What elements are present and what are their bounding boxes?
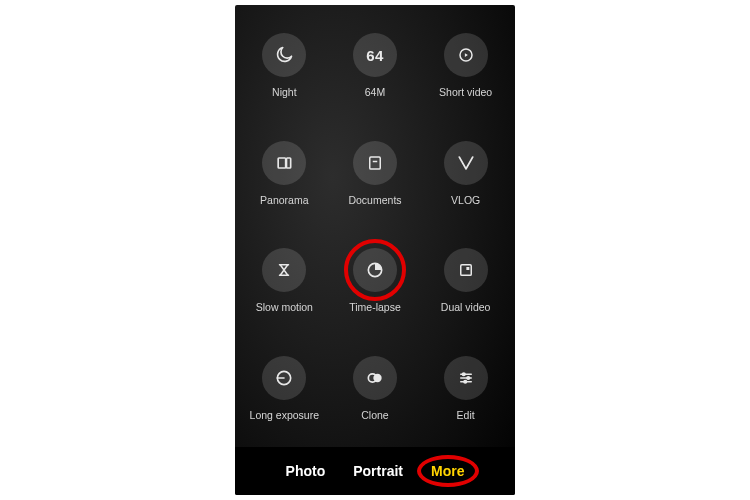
tab-photo[interactable]: Photo [286, 463, 326, 479]
panorama-icon [262, 141, 306, 185]
moon-icon [262, 33, 306, 77]
mode-night[interactable]: Night [239, 33, 330, 123]
timelapse-icon [353, 248, 397, 292]
hourglass-icon [262, 248, 306, 292]
mode-grid: Night 64 64M Short video Panorama Do [235, 25, 515, 445]
svg-rect-3 [370, 157, 381, 169]
dual-video-icon [444, 248, 488, 292]
clone-icon [353, 356, 397, 400]
mode-label: VLOG [451, 194, 480, 206]
mode-label: Time-lapse [349, 301, 401, 313]
mode-vlog[interactable]: VLOG [420, 141, 511, 231]
mode-label: Night [272, 86, 297, 98]
svg-rect-1 [278, 158, 286, 168]
mode-panorama[interactable]: Panorama [239, 141, 330, 231]
mode-time-lapse[interactable]: Time-lapse [330, 248, 421, 338]
mode-label: Short video [439, 86, 492, 98]
svg-point-13 [373, 373, 381, 381]
mode-label: Edit [457, 409, 475, 421]
mode-label: Dual video [441, 301, 491, 313]
mode-label: 64M [365, 86, 385, 98]
long-exposure-icon [262, 356, 306, 400]
mode-label: Long exposure [250, 409, 319, 421]
tab-portrait[interactable]: Portrait [353, 463, 403, 479]
mode-64m[interactable]: 64 64M [330, 33, 421, 123]
mode-documents[interactable]: Documents [330, 141, 421, 231]
svg-rect-8 [460, 265, 471, 276]
mode-label: Clone [361, 409, 388, 421]
tab-more[interactable]: More [431, 463, 464, 479]
mode-clone[interactable]: Clone [330, 356, 421, 446]
mode-dual-video[interactable]: Dual video [420, 248, 511, 338]
svg-rect-9 [466, 267, 469, 270]
mode-short-video[interactable]: Short video [420, 33, 511, 123]
mode-tab-bar: Photo Portrait More [235, 447, 515, 495]
mode-label: Documents [348, 194, 401, 206]
play-circle-icon [444, 33, 488, 77]
sliders-icon [444, 356, 488, 400]
mode-label: Panorama [260, 194, 308, 206]
svg-point-17 [467, 376, 470, 379]
64m-icon: 64 [353, 33, 397, 77]
camera-more-panel: Night 64 64M Short video Panorama Do [235, 5, 515, 495]
mode-edit[interactable]: Edit [420, 356, 511, 446]
mode-label: Slow motion [256, 301, 313, 313]
document-icon [353, 141, 397, 185]
mode-slow-motion[interactable]: Slow motion [239, 248, 330, 338]
vlog-icon [444, 141, 488, 185]
mode-long-exposure[interactable]: Long exposure [239, 356, 330, 446]
svg-point-19 [464, 380, 467, 383]
svg-point-15 [462, 372, 465, 375]
svg-rect-2 [287, 158, 291, 168]
